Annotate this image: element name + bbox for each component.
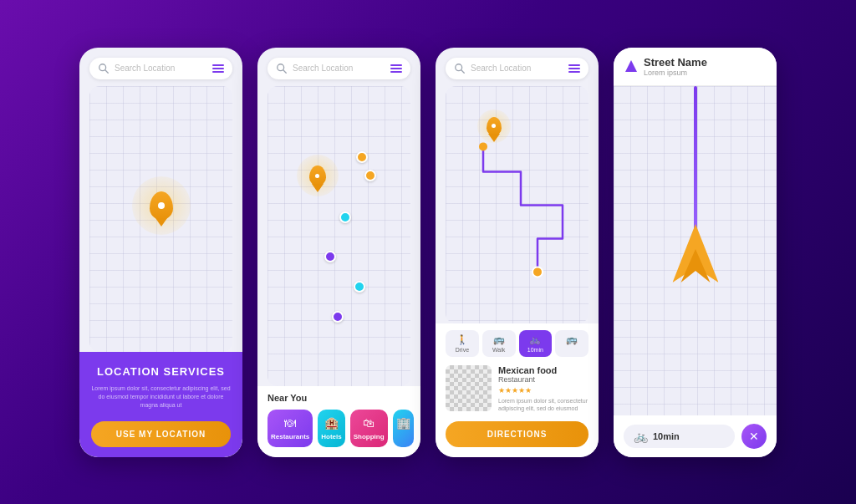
- hotels-label: Hotels: [321, 433, 341, 440]
- menu-icon-1[interactable]: [212, 64, 224, 73]
- nav-direction-arrow: [625, 60, 637, 72]
- tab-walk[interactable]: 🚌 Walk: [482, 330, 516, 357]
- pin-purple-2: [332, 311, 344, 323]
- phone-location-services: Search Location LOCATION SERVICES Lorem …: [79, 48, 242, 457]
- route-info-section: 🚶 Drive 🚌 Walk 🚲 10min 🚌: [436, 323, 599, 456]
- search-bar-3[interactable]: Search Location: [446, 58, 588, 79]
- search-placeholder-1: Search Location: [115, 64, 207, 73]
- menu-icon-2[interactable]: [390, 64, 402, 73]
- extra-icon: 🏢: [396, 416, 410, 430]
- location-services-title: LOCATION SERVICES: [91, 365, 231, 378]
- restaurant-type: Restaurant: [498, 375, 588, 384]
- bike-label: 10min: [527, 347, 543, 353]
- shopping-icon: 🛍: [363, 416, 374, 430]
- svg-point-6: [479, 142, 487, 150]
- route-path: [446, 86, 588, 324]
- search-placeholder-2: Search Location: [293, 64, 385, 73]
- tab-bus[interactable]: 🚌: [555, 330, 588, 357]
- near-you-title: Near You: [268, 393, 410, 403]
- restaurants-icon: 🍽: [284, 416, 296, 430]
- category-extra[interactable]: 🏢: [393, 410, 414, 447]
- svg-point-7: [532, 267, 543, 277]
- search-placeholder-3: Search Location: [471, 64, 563, 73]
- category-shopping[interactable]: 🛍 Shopping: [350, 410, 388, 447]
- search-bar-1[interactable]: Search Location: [89, 58, 232, 79]
- menu-icon-3[interactable]: [568, 64, 580, 73]
- directions-button[interactable]: DIRECTIONS: [446, 421, 588, 447]
- restaurants-label: Restaurants: [271, 433, 309, 440]
- map-area-1: [89, 86, 232, 353]
- drive-icon: 🚶: [456, 334, 468, 345]
- phone-near-you: Search Location: [257, 48, 420, 457]
- search-bar-2[interactable]: Search Location: [268, 58, 410, 79]
- phone-navigation: Street Name Lorem ipsum 🚲 10min ✕: [614, 48, 777, 457]
- pin-cyan: [339, 211, 351, 223]
- near-you-section: Near You 🍽 Restaurants 🏨 Hotels 🛍 Shoppi…: [257, 386, 420, 457]
- phone-directions: Search Location: [436, 48, 599, 457]
- bus-icon: 🚌: [566, 334, 578, 345]
- location-services-section: LOCATION SERVICES Lorem ipsum dolor sit,…: [79, 352, 242, 456]
- transport-tabs: 🚶 Drive 🚌 Walk 🚲 10min 🚌: [446, 330, 588, 357]
- category-hotels[interactable]: 🏨 Hotels: [318, 410, 344, 447]
- svg-line-3: [283, 69, 287, 73]
- nav-arrow-container: [672, 224, 718, 286]
- nav-lorem: Lorem ipsum: [644, 69, 707, 77]
- hotels-icon: 🏨: [324, 416, 339, 430]
- restaurant-thumbnail: [446, 365, 492, 411]
- nav-bottom-bar: 🚲 10min ✕: [614, 415, 777, 457]
- drive-label: Drive: [456, 347, 469, 353]
- route-start-pin: [477, 109, 511, 143]
- nav-close-button[interactable]: ✕: [741, 424, 767, 449]
- location-pin-1: [132, 176, 191, 235]
- location-services-desc: Lorem ipsum dolor sit, consectetur adipi…: [91, 384, 231, 409]
- restaurant-card: Mexican food Restaurant ★★★★★ Lorem ipsu…: [446, 365, 588, 412]
- use-location-button[interactable]: USE MY LOCATION: [91, 421, 231, 447]
- shopping-label: Shopping: [354, 433, 385, 440]
- svg-line-1: [105, 69, 109, 73]
- restaurant-stars: ★★★★★: [498, 386, 588, 395]
- nav-street-info: Street Name Lorem ipsum: [644, 56, 707, 77]
- nav-map-area: [614, 86, 777, 415]
- main-pin-2: [297, 155, 339, 196]
- restaurant-desc: Lorem ipsum dolor sit, consectetur adipi…: [498, 397, 588, 412]
- category-restaurants[interactable]: 🍽 Restaurants: [268, 410, 313, 447]
- street-name: Street Name: [644, 56, 707, 69]
- phones-container: Search Location LOCATION SERVICES Lorem …: [79, 48, 777, 457]
- walk-icon: 🚌: [493, 334, 505, 345]
- category-icons: 🍽 Restaurants 🏨 Hotels 🛍 Shopping 🏢: [268, 410, 410, 447]
- bike-icon: 🚲: [529, 334, 541, 345]
- map-grid-2: [268, 86, 410, 386]
- nav-time-text: 10min: [653, 431, 680, 441]
- nav-arrow-svg: [672, 224, 718, 283]
- svg-line-5: [461, 69, 465, 73]
- nav-bike-icon: 🚲: [634, 430, 648, 443]
- search-icon: [98, 63, 110, 74]
- close-icon: ✕: [749, 430, 759, 443]
- restaurant-name: Mexican food: [498, 365, 588, 375]
- tab-drive[interactable]: 🚶 Drive: [446, 330, 479, 357]
- search-icon-3: [454, 63, 466, 74]
- walk-label: Walk: [492, 347, 505, 353]
- nav-time-info: 🚲 10min: [624, 425, 735, 448]
- nav-header: Street Name Lorem ipsum: [614, 48, 777, 86]
- restaurant-info: Mexican food Restaurant ★★★★★ Lorem ipsu…: [498, 365, 588, 412]
- search-icon-2: [276, 63, 288, 74]
- pin-cyan-2: [354, 281, 365, 293]
- map-area-3: [446, 86, 588, 324]
- map-area-2: [268, 86, 410, 386]
- tab-bike[interactable]: 🚲 10min: [519, 330, 553, 357]
